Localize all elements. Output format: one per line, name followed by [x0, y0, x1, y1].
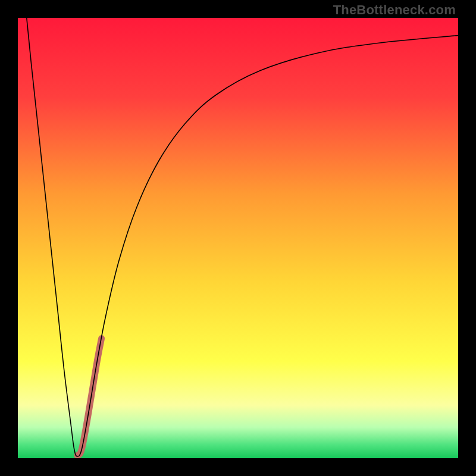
gradient-background	[18, 18, 458, 458]
chart-svg	[18, 18, 458, 458]
watermark-text: TheBottleneck.com	[333, 2, 456, 18]
chart-frame: TheBottleneck.com	[0, 0, 476, 476]
plot-area	[18, 18, 458, 458]
